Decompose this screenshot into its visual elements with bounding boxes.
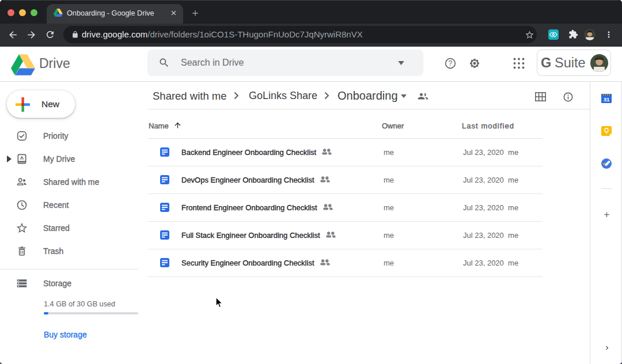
svg-text:?: ? [449,59,453,67]
svg-text:31: 31 [604,96,610,103]
